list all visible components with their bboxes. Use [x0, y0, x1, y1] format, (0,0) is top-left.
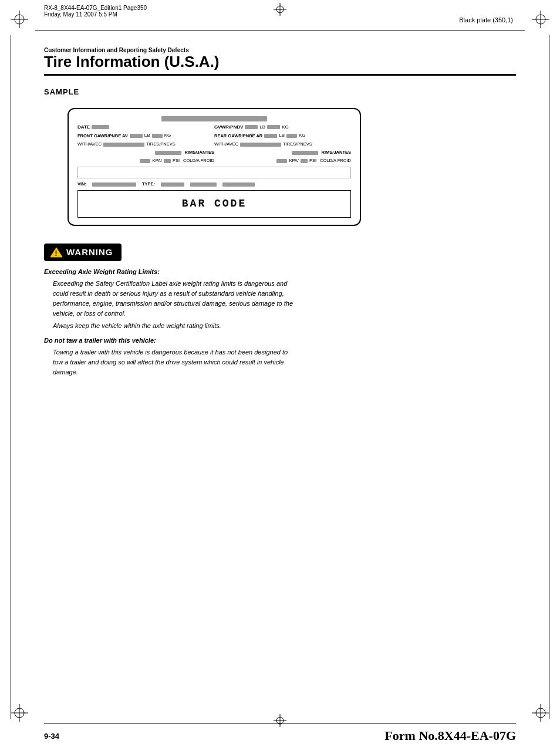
kpa-psi-label2: KPA/ — [289, 157, 299, 164]
header-line1: RX-8_8X44-EA-07G_Edition1 Page350 — [44, 5, 147, 11]
warning-body2: Towing a trailer with this vehicle is da… — [53, 347, 516, 377]
warning-title2: Do not taw a trailer with this vehicle: — [44, 336, 516, 346]
front-rims-placeholder — [155, 151, 181, 155]
label-date-gvwr-row: DATE GVWR/PNBV LB KG — [77, 124, 351, 131]
label-top-placeholder — [161, 116, 267, 121]
label-center-box — [77, 167, 351, 178]
front-psi-placeholder — [164, 159, 171, 163]
rear-kpa-col: KPA/ PSI COLD/A FROID — [214, 157, 351, 164]
page-number: 9-34 — [44, 732, 59, 741]
date-label: DATE — [77, 124, 90, 131]
warning-badge: ! WARNING — [44, 244, 122, 261]
front-gawr-col: FRONT GAWR/PNBE AV LB KG — [77, 132, 214, 140]
header-line2: Friday, May 11 2007 5:5 PM — [44, 11, 147, 18]
front-lb-placeholder — [130, 134, 143, 138]
header-rule — [35, 31, 525, 31]
gvwr-kg-placeholder — [267, 125, 280, 129]
cross-bottom-center — [274, 714, 286, 729]
warning-title1: Exceeding Axle Weight Rating Limits: — [44, 267, 516, 277]
warning-body1-line3: performance, engine, transmission and/or… — [53, 299, 516, 309]
front-tires-placeholder — [103, 143, 144, 147]
label-kpa-row: KPA/ PSI COLD/A FROID KPA/ PSI COLD/A FR… — [77, 157, 351, 164]
page-header-right: Black plate (350,1) — [459, 16, 513, 23]
rear-kpa-placeholder — [276, 159, 287, 163]
rear-tires-col: WITH/AVEC TIRES/PNEVS — [214, 141, 351, 148]
warning-body1-line2: could result in death or serious injury … — [53, 289, 516, 299]
label-gvwr-col: GVWR/PNBV LB KG — [214, 124, 351, 131]
rear-rims-col: RIMS/JANTES — [214, 149, 351, 156]
rear-rims-placeholder — [292, 151, 318, 155]
front-kpa-placeholder — [140, 159, 150, 163]
rear-psi-placeholder — [301, 159, 308, 163]
warning-body1-line4: vehicle, or loss of control. — [53, 309, 516, 319]
front-kg-placeholder — [152, 134, 163, 138]
label-card: DATE GVWR/PNBV LB KG FRONT GAWR/PNBE AV … — [68, 108, 361, 226]
barcode-label: BAR CODE — [182, 198, 247, 209]
date-placeholder — [92, 125, 109, 129]
extra-placeholder2 — [222, 182, 255, 187]
extra-placeholder1 — [190, 182, 217, 187]
gvwr-lb-placeholder — [245, 125, 258, 129]
reg-mark-bl — [11, 704, 28, 722]
kpa-psi-label1: KPA/ — [152, 157, 162, 164]
title-rule — [44, 74, 516, 76]
cold-a-froid-label2: COLD/A FROID — [320, 157, 351, 164]
rear-lb-placeholder — [264, 134, 277, 138]
side-line-left — [11, 35, 11, 719]
vin-placeholder — [92, 182, 136, 187]
page-title: Tire Information (U.S.A.) — [44, 53, 516, 70]
footer-rule — [44, 723, 516, 723]
warning-content: Exceeding Axle Weight Rating Limits: Exc… — [44, 267, 516, 377]
warning-body2-line1: Towing a trailer with this vehicle is da… — [53, 347, 516, 357]
tires-pnevs-label2: TIRES/PNEVS — [283, 141, 312, 148]
with-avec-label1: WITH/AVEC — [77, 141, 102, 148]
main-content: Customer Information and Reporting Safet… — [44, 35, 516, 389]
reg-mark-tl — [11, 11, 28, 28]
label-card-inner: DATE GVWR/PNBV LB KG FRONT GAWR/PNBE AV … — [77, 116, 351, 218]
front-kpa-col: KPA/ PSI COLD/A FROID — [77, 157, 214, 164]
warning-body2-line3: damage. — [53, 367, 516, 377]
vin-label: VIN: — [77, 181, 86, 188]
kg-label1: KG — [282, 124, 289, 131]
warning-body1-line1: Exceeding the Safety Certification Label… — [53, 279, 516, 289]
label-vin-row: VIN: TYPE: — [77, 181, 351, 188]
label-gawr-row: FRONT GAWR/PNBE AV LB KG REAR GAWR/PNBE … — [77, 132, 351, 140]
warning-body1: Exceeding the Safety Certification Label… — [53, 279, 516, 331]
psi-label2: PSI — [309, 157, 316, 164]
front-tires-col: WITH/AVEC TIRES/PNEVS — [77, 141, 214, 148]
rear-kg-placeholder — [286, 134, 297, 138]
reg-mark-br — [532, 704, 549, 722]
page-footer: 9-34 Form No.8X44-EA-07G — [44, 728, 516, 743]
cross-top-center — [274, 3, 286, 18]
label-top-bar — [77, 116, 351, 121]
rear-gawr-col: REAR GAWR/PNBE AR LB KG — [214, 132, 351, 140]
label-rims-row: RIMS/JANTES RIMS/JANTES — [77, 149, 351, 156]
sample-label: SAMPLE — [44, 87, 516, 96]
title-section: Customer Information and Reporting Safet… — [44, 47, 516, 76]
side-line-right — [549, 35, 549, 719]
rear-tires-placeholder — [240, 143, 281, 147]
lb-label: LB — [259, 124, 265, 131]
front-rims-col: RIMS/JANTES — [77, 149, 214, 156]
warning-section: ! WARNING Exceeding Axle Weight Rating L… — [44, 244, 516, 377]
with-avec-label2: WITH/AVEC — [214, 141, 238, 148]
rims-jantes-label1: RIMS/JANTES — [185, 149, 214, 156]
warning-badge-label: WARNING — [66, 247, 113, 257]
form-number: Form No.8X44-EA-07G — [384, 728, 516, 743]
warning-triangle-icon: ! — [50, 246, 63, 258]
rims-jantes-label2: RIMS/JANTES — [322, 149, 351, 156]
center-box-content — [80, 168, 348, 177]
warning-body1-line5: Always keep the vehicle within the axle … — [53, 321, 516, 331]
gvwr-label: GVWR/PNBV — [214, 124, 243, 131]
cold-a-froid-label1: COLD/A FROID — [183, 157, 214, 164]
front-gawr-label: FRONT GAWR/PNBE AV — [77, 133, 128, 140]
label-date-col: DATE — [77, 124, 214, 131]
barcode-box: BAR CODE — [77, 190, 351, 218]
svg-text:!: ! — [55, 249, 58, 258]
warning-body2-line2: tow a trailer and doing so will affect t… — [53, 357, 516, 367]
rear-gawr-label: REAR GAWR/PNBE AR — [214, 133, 262, 140]
label-tires-row: WITH/AVEC TIRES/PNEVS WITH/AVEC TIRES/PN… — [77, 141, 351, 148]
reg-mark-tr — [532, 11, 549, 28]
type-placeholder — [161, 182, 184, 187]
type-label: TYPE: — [142, 181, 155, 188]
